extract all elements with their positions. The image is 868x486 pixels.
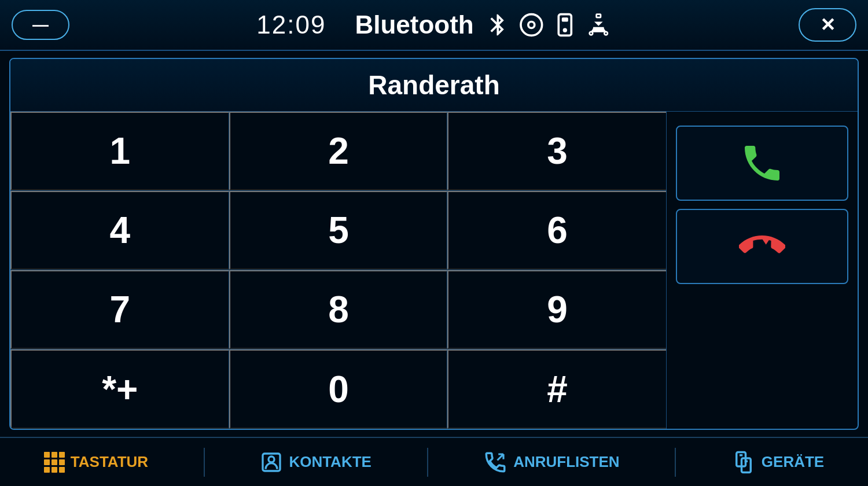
contact-name-display: Randerath xyxy=(10,59,858,112)
close-button[interactable]: ✕ xyxy=(799,8,856,42)
key-6[interactable]: 6 xyxy=(447,191,666,270)
main-content: Randerath 1 2 3 4 5 6 7 8 9 xyxy=(0,51,868,437)
disc-icon xyxy=(519,12,545,38)
nav-kontakte[interactable]: KONTAKTE xyxy=(251,447,381,477)
key-hash[interactable]: # xyxy=(447,349,666,429)
nav-tastatur[interactable]: TASTATUR xyxy=(35,448,157,476)
svg-marker-8 xyxy=(762,239,770,245)
anruflisten-icon xyxy=(483,450,507,474)
usb-icon xyxy=(586,12,612,38)
geraete-icon xyxy=(731,450,756,474)
key-5[interactable]: 5 xyxy=(229,191,448,270)
media-device-icon xyxy=(553,12,578,38)
svg-point-10 xyxy=(269,456,274,462)
call-action-area xyxy=(667,112,858,429)
keypad-row-2: 4 5 6 xyxy=(10,191,666,270)
keypad-row-1: 1 2 3 xyxy=(10,112,666,191)
geraete-label: GERÄTE xyxy=(762,453,824,471)
svg-point-0 xyxy=(521,14,542,36)
phone-accept-icon xyxy=(739,140,785,186)
svg-point-6 xyxy=(605,32,608,35)
keypad-row-4: *+ 0 # xyxy=(10,349,666,429)
key-8[interactable]: 8 xyxy=(229,270,448,349)
bottom-nav: TASTATUR KONTAKTE ANRUFLISTEN GERÄTE xyxy=(0,437,868,486)
keypad-area: 1 2 3 4 5 6 7 8 9 *+ 0 # xyxy=(10,112,667,429)
minimize-button[interactable]: — xyxy=(12,10,69,40)
key-7[interactable]: 7 xyxy=(10,270,229,349)
close-icon: ✕ xyxy=(820,14,836,36)
svg-point-5 xyxy=(590,32,593,35)
key-9[interactable]: 9 xyxy=(447,270,666,349)
phone-decline-icon xyxy=(739,223,785,270)
contact-name-text: Randerath xyxy=(368,70,499,100)
nav-geraete[interactable]: GERÄTE xyxy=(722,447,833,478)
nav-anruflisten[interactable]: ANRUFLISTEN xyxy=(474,447,628,478)
key-1[interactable]: 1 xyxy=(10,112,229,190)
dial-body: 1 2 3 4 5 6 7 8 9 *+ 0 # xyxy=(10,112,858,429)
svg-rect-3 xyxy=(562,17,568,21)
tastatur-label: TASTATUR xyxy=(71,453,148,471)
svg-point-4 xyxy=(563,28,567,32)
nav-divider-2 xyxy=(427,448,428,477)
svg-rect-7 xyxy=(597,14,601,18)
status-icons xyxy=(486,12,612,38)
tastatur-icon xyxy=(44,452,65,473)
svg-point-1 xyxy=(528,22,535,28)
key-2[interactable]: 2 xyxy=(229,112,448,190)
decline-call-button[interactable] xyxy=(676,209,848,284)
accept-call-button[interactable] xyxy=(676,126,848,201)
key-star-plus[interactable]: *+ xyxy=(10,349,229,429)
nav-divider-1 xyxy=(204,448,205,477)
minus-icon: — xyxy=(32,16,49,34)
keypad-row-3: 7 8 9 xyxy=(10,270,666,349)
top-bar: — 12:09 Bluetooth xyxy=(0,0,868,51)
key-4[interactable]: 4 xyxy=(10,191,229,270)
clock-display: 12:09 xyxy=(256,10,326,39)
dial-panel: Randerath 1 2 3 4 5 6 7 8 9 xyxy=(9,58,859,430)
screen-title: Bluetooth xyxy=(355,10,473,39)
kontakte-label: KONTAKTE xyxy=(289,453,372,471)
top-center-info: 12:09 Bluetooth xyxy=(256,10,611,39)
bluetooth-icon xyxy=(486,12,511,38)
key-3[interactable]: 3 xyxy=(447,112,666,190)
key-0[interactable]: 0 xyxy=(229,349,448,429)
nav-divider-3 xyxy=(675,448,676,477)
anruflisten-label: ANRUFLISTEN xyxy=(513,453,619,471)
kontakte-icon xyxy=(260,451,283,474)
